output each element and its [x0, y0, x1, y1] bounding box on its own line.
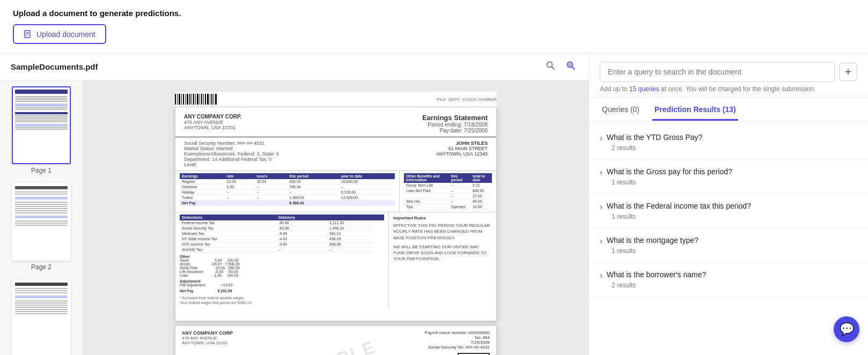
result-item-1[interactable]: › What is the Gross pay for this period?… — [589, 160, 868, 194]
thumbnail-label-2: Page 2 — [31, 263, 52, 271]
result-item-3[interactable]: › What is the mortgage type? 1 results — [589, 228, 868, 263]
benefit-type-blank — [404, 194, 449, 199]
result-item-4[interactable]: › What is the borrower's name? 2 results — [589, 263, 868, 297]
tab-queries[interactable]: Queries (0) — [600, 100, 642, 121]
earnings-data-table: Earnings rate hours this period year to … — [180, 173, 395, 206]
sk3-l2 — [15, 290, 68, 291]
result-question-3: What is the mortgage type? — [607, 236, 698, 245]
col-ytd: year to date — [339, 173, 395, 179]
check-date: 7/25/2008 — [425, 340, 490, 345]
earnings-statement-page: ANY COMPANY CORP. 476 ANY AVENUE ANYTOWN… — [175, 107, 497, 321]
svg-rect-23 — [203, 94, 204, 105]
document-main-view: FILE DEPT CLOCK NUMBER ANY COMPANY CORP.… — [83, 81, 589, 355]
other-benefits-table: Other Benefits and Information this peri… — [400, 171, 496, 212]
ded-period-ny: -4.42 — [276, 236, 327, 242]
earnings-row-holiday: Holiday – – – 6,106.00 — [180, 190, 395, 195]
result-count-0: 2 results — [600, 144, 857, 152]
benefit-total-sick: 40.00 — [470, 199, 492, 204]
benefit-period-loan: – — [449, 188, 470, 194]
sk2-l8 — [15, 212, 68, 213]
earn-period-regular: 430.00 — [287, 179, 339, 184]
result-question-2: What is the Federal income tax this peri… — [607, 202, 751, 210]
thumbnail-page-1[interactable]: Page 1 — [4, 86, 78, 174]
sk3-l5 — [15, 302, 68, 304]
earn-hours-regular: 30.00 — [255, 179, 287, 184]
check-company-info: ANY COMPANY CORP 476 ANY AVENUE ANYTOWN,… — [182, 330, 233, 350]
tab-prediction-results[interactable]: Prediction Results (13) — [652, 100, 738, 121]
col-ded-period — [327, 215, 373, 220]
chevron-right-icon-1: › — [600, 168, 602, 176]
upload-icon — [24, 29, 32, 39]
ssn-label: Social Security Number: ###-##-4531 — [184, 140, 279, 146]
ded-period-ss: -63.86 — [276, 226, 327, 231]
sk-b2 — [15, 124, 68, 127]
earn-type-regular: Regular — [180, 179, 225, 184]
result-header-2: › What is the Federal income tax this pe… — [600, 202, 857, 211]
thumbnail-page-2[interactable]: Page 2 — [4, 183, 78, 271]
search-active-button[interactable] — [564, 60, 578, 74]
earn-rate-tuition: – — [225, 195, 255, 201]
sk2-l5 — [15, 206, 68, 207]
earnings-table-section: Earnings rate hours this period year to … — [175, 171, 400, 212]
search-input[interactable] — [600, 62, 835, 82]
fab-button[interactable]: 💬 — [834, 316, 859, 342]
results-list: › What is the YTD Gross Pay? 2 results ›… — [589, 121, 868, 355]
sk2-l1 — [15, 191, 68, 193]
sketch-header — [15, 90, 68, 94]
svg-rect-2 — [26, 34, 29, 34]
thumbnail-label-1: Page 1 — [31, 167, 52, 174]
thumbnail-image-1 — [12, 86, 71, 164]
svg-rect-16 — [189, 94, 190, 105]
net-pay-label: Net Pay — [180, 201, 287, 206]
col-rate: rate — [225, 173, 255, 179]
ded-period-nyc: -0.84 — [276, 242, 327, 247]
earnings-title: Earnings Statement — [422, 114, 488, 122]
earn-ytd-regular: 10,640.00 — [339, 179, 395, 184]
result-header-1: › What is the Gross pay for this period? — [600, 167, 857, 176]
col-this-period: this period — [287, 173, 339, 179]
ded-row-nyc: NYC Income Tax -0.84 908.96 — [180, 242, 384, 247]
earn-type-overtime: Overtime — [180, 184, 225, 190]
ded-type-ny: NY State Income Tax — [180, 236, 276, 242]
add-query-button[interactable]: + — [839, 63, 857, 81]
adjustment-label: Adjustment — [180, 279, 384, 283]
ded-type-ss: Social Security Tax — [180, 226, 276, 231]
sk3-l6 — [15, 305, 68, 306]
search-bar-area: + Add up to 15 queries at once. You will… — [589, 53, 868, 98]
benefits-data-table: Other Benefits and Information this peri… — [404, 173, 492, 210]
result-count-2: 1 results — [600, 213, 857, 220]
svg-rect-12 — [181, 94, 182, 105]
employee-name: JOHN STILES — [436, 140, 488, 146]
col-ded-ytd — [373, 215, 384, 220]
ded-ytd-medicare: 341.12 — [327, 231, 373, 236]
result-item-2[interactable]: › What is the Federal income tax this pe… — [589, 194, 868, 228]
benefit-row-sick: Sick Hrs – 40.00 — [404, 199, 492, 204]
earn-rate-holiday: – — [225, 190, 255, 195]
ded-row-ss: Social Security Tax -63.86 1,458.20 — [180, 226, 384, 231]
sk-l3 — [15, 99, 68, 100]
benefit-period-blank: – — [449, 194, 470, 199]
dept-label: DEPT — [448, 97, 460, 102]
earn-hours-overtime: – — [255, 184, 287, 190]
sk2-l4 — [15, 204, 68, 205]
sk3-l10 — [15, 313, 68, 314]
banner-title: Upload a document to generate prediction… — [13, 9, 855, 18]
ded-row-federal: Federal Income Tax -80.80 2,111.20 — [180, 220, 384, 226]
marital-label: Marital Status: Married — [184, 146, 279, 151]
important-rules-text2: WE WILL BE STARTING OUR UNITED WAY FUND … — [393, 244, 492, 262]
result-item-0[interactable]: › What is the YTD Gross Pay? 2 results — [589, 125, 868, 160]
upload-document-button[interactable]: Upload document — [13, 24, 106, 44]
barcode-area: FILE DEPT CLOCK NUMBER — [175, 92, 497, 107]
sk-hdr2 — [15, 112, 68, 114]
deductions-subsections: Other Send 5.00 120.00 401(k) -28.97 7,5… — [180, 255, 384, 305]
thumbnail-page-3[interactable]: Page 3 — [4, 279, 78, 355]
deductions-table: Deductions Statutory Federal I — [175, 212, 388, 307]
employee-name-block: JOHN STILES 61 MAIN STREET ANYTOWN, USA … — [436, 140, 488, 167]
check-amount: $291.99 — [458, 353, 490, 355]
period-ending: Period ending: 7/18/2008 — [422, 122, 488, 128]
ded-type-medicare: Medicare Tax — [180, 231, 276, 236]
search-normal-button[interactable] — [543, 60, 557, 74]
col-benefit: Other Benefits and Information — [404, 173, 449, 183]
svg-rect-27 — [211, 94, 212, 105]
svg-rect-17 — [192, 94, 192, 105]
